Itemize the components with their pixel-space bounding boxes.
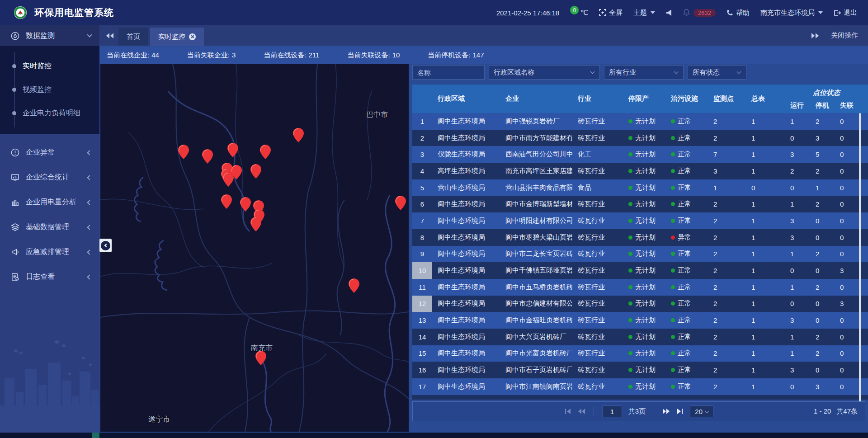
cell-offline: 0 — [835, 200, 868, 208]
map-pin-icon[interactable] — [221, 194, 232, 209]
map-city-label: 巴中市 — [366, 110, 388, 120]
cell-region: 阆中生态环境局 — [432, 349, 500, 358]
org-user-menu[interactable]: 南充市生态环境局 — [760, 9, 823, 17]
city-name: 南充市 — [251, 344, 273, 352]
region-filter-select[interactable]: 行政区域名称 — [489, 65, 600, 80]
cell-facility-status: 正常 — [665, 266, 708, 275]
table-row[interactable]: 5 营山生态环境局 营山县润丰肉食品有限 食品 无计划 正常 1 0 0 — [412, 179, 868, 196]
cell-points: 7 — [708, 151, 746, 158]
last-page-button[interactable] — [676, 408, 684, 414]
map-pin-icon[interactable] — [202, 149, 213, 164]
next-page-button[interactable] — [662, 408, 670, 414]
divider — [654, 407, 654, 415]
logout-button[interactable]: 退出 — [834, 9, 857, 17]
stat-label: 当前在线企业: — [107, 51, 149, 60]
sidebar-subitem[interactable]: 企业电力负荷明细 — [0, 101, 99, 125]
cell-production-status: 无计划 — [623, 200, 665, 208]
table-row[interactable]: 9 阆中生态环境局 阆中市二龙长宝页岩砖 砖瓦行业 无计划 正常 2 1 1 — [412, 246, 868, 263]
table-row[interactable]: 18 南部生态环境局 南部县新华水泥有限公 建材行业 无计划 正常 6 0 0 — [412, 395, 868, 400]
cell-meters: 1 — [746, 316, 785, 324]
sidebar-item-company-statistics[interactable]: 企业综合统计 — [0, 165, 99, 190]
page-size-select[interactable]: 20 — [690, 405, 713, 417]
sound-toggle[interactable] — [666, 9, 672, 16]
sidebar-item-company-anomaly[interactable]: 企业异常 — [0, 140, 99, 165]
sidebar-subitem[interactable]: 实时监控 — [0, 54, 99, 78]
fullscreen-button[interactable]: 全屏 — [599, 9, 623, 17]
map-pin-icon[interactable] — [255, 351, 266, 365]
table-row[interactable]: 14 阆中生态环境局 阆中大兴页岩机砖厂 砖瓦行业 无计划 正常 2 1 1 — [412, 329, 868, 345]
map-pin-icon[interactable] — [250, 164, 261, 179]
cell-stopped: 3 — [810, 383, 835, 391]
sidebar-subitem[interactable]: 视频监控 — [0, 78, 99, 101]
col-header-stopped: 停机 — [810, 98, 835, 113]
tab-home[interactable]: 首页 — [118, 28, 148, 46]
sidebar-item-base-data[interactable]: 基础数据管理 — [0, 215, 99, 240]
tab-close-icon[interactable] — [189, 33, 196, 40]
table-scrollbar[interactable] — [859, 113, 861, 421]
help-button[interactable]: 帮助 — [726, 9, 750, 17]
cell-running: 1 — [785, 250, 810, 258]
theme-menu[interactable]: 主题 — [633, 9, 655, 17]
map-pin-icon[interactable] — [240, 197, 251, 212]
table-row[interactable]: 7 阆中生态环境局 阆中明阳建材有限公司 砖瓦行业 无计划 正常 2 1 3 — [412, 212, 868, 229]
table-row[interactable]: 11 阆中生态环境局 阆中市五马桥页岩机砖 砖瓦行业 无计划 正常 2 1 1 — [412, 279, 868, 296]
cell-offline: 0 — [835, 250, 868, 258]
first-page-button[interactable] — [564, 408, 571, 414]
map-pin-icon[interactable] — [349, 278, 359, 293]
stat-item: 当前失联企业: 3 — [187, 51, 236, 60]
industry-filter-select[interactable]: 所有行业 — [604, 65, 684, 80]
sidebar-collapse-handle[interactable] — [99, 239, 112, 252]
cell-region: 阆中生态环境局 — [432, 250, 500, 258]
map-pin-icon[interactable] — [250, 217, 261, 231]
page-number-input[interactable]: 1 — [602, 405, 622, 417]
app-root: 环保用电监管系统 2021-02-25 17:46:18 0 ℃ 全屏 主题 — [0, 0, 868, 438]
cell-offline: 0 — [835, 349, 868, 357]
sidebar-subitem-label: 企业电力负荷明细 — [23, 108, 80, 118]
table-row[interactable]: 13 阆中生态环境局 阆中市金福旺页岩机砖 砖瓦行业 无计划 正常 2 1 3 — [412, 312, 868, 329]
table-row[interactable]: 4 高坪生态环境局 南充市高坪区王家店建 砖瓦行业 无计划 正常 3 1 2 — [412, 163, 868, 179]
sidebar-item-emergency-reduction[interactable]: 应急减排管理 — [0, 240, 99, 264]
status-dot — [671, 136, 675, 140]
total-count-label: 共47条 — [836, 407, 858, 416]
map-pin-icon[interactable] — [227, 143, 238, 157]
next-page-icon — [662, 408, 670, 414]
tab-realtime-monitoring[interactable]: 实时监控 — [150, 28, 204, 46]
cell-industry: 砖瓦行业 — [572, 200, 623, 208]
prev-page-button[interactable] — [578, 408, 585, 414]
col-header-meters: 总表 — [746, 85, 785, 113]
status-dot — [628, 385, 632, 389]
bottom-strip — [0, 433, 868, 438]
table-row[interactable]: 15 阆中生态环境局 阆中市光富页岩机砖厂 砖瓦行业 无计划 正常 2 1 1 — [412, 345, 868, 362]
table-row[interactable]: 17 阆中生态环境局 阆中市江南镇阆南页岩 砖瓦行业 无计划 正常 2 1 0 — [412, 378, 868, 395]
table-row[interactable]: 16 阆中生态环境局 阆中市石子页岩机砖厂 砖瓦行业 无计划 正常 2 1 3 — [412, 362, 868, 378]
cell-industry: 砖瓦行业 — [572, 382, 623, 391]
map-pin-icon[interactable] — [260, 145, 271, 159]
map-canvas[interactable]: 巴中市 南充市 遂宁市 — [100, 64, 409, 432]
close-operations-button[interactable]: 关闭操作 — [831, 31, 858, 40]
table-row[interactable]: 2 阆中生态环境局 阆中市南方节能建材有 砖瓦行业 无计划 正常 2 1 0 — [412, 130, 868, 146]
total-pages-label: 共3页 — [628, 407, 646, 416]
status-filter-select[interactable]: 所有状态 — [688, 65, 746, 80]
sidebar-item-power-analysis[interactable]: 企业用电量分析 — [0, 190, 99, 215]
sidebar-item-log-view[interactable]: 日志查看 — [0, 264, 99, 289]
status-dot — [671, 152, 675, 156]
table-row[interactable]: 12 阆中生态环境局 阆中市忠信建材有限公 砖瓦行业 无计划 正常 2 1 0 — [412, 296, 868, 312]
name-filter-input[interactable] — [412, 65, 485, 80]
table-row[interactable]: 6 阆中生态环境局 阆中市金博瑞新型墙材 砖瓦行业 无计划 正常 2 1 1 — [412, 196, 868, 212]
cell-offline: 0 — [835, 151, 868, 158]
scroll-tabs-left-icon[interactable] — [106, 33, 114, 39]
notifications[interactable]: 2632 — [683, 9, 716, 17]
map-pin-icon[interactable] — [223, 172, 234, 187]
scroll-tabs-right-icon[interactable] — [811, 33, 819, 39]
sidebar-item-data-monitoring[interactable]: 数据监测 — [0, 25, 99, 46]
table-row[interactable]: 10 阆中生态环境局 阆中千佛镇五郎垭页岩 砖瓦行业 无计划 正常 2 1 0 — [412, 262, 868, 279]
map-pin-icon[interactable] — [178, 145, 189, 159]
table-row[interactable]: 1 阆中生态环境局 阆中强锐页岩砖厂 砖瓦行业 无计划 正常 2 1 1 — [412, 113, 868, 130]
stat-item: 当前停机设备: 147 — [428, 51, 484, 60]
sidebar-submenu: 实时监控 视频监控 企业电力负荷明细 — [0, 46, 99, 134]
table-row[interactable]: 3 仪陇生态环境局 西南油气田分公司川中 化工 无计划 正常 7 1 3 — [412, 146, 868, 163]
cell-offline: 0 — [835, 316, 868, 324]
map-pin-icon[interactable] — [395, 196, 406, 210]
table-row[interactable]: 8 阆中生态环境局 阆中市枣碧大梁山页岩 砖瓦行业 无计划 异常 2 1 3 — [412, 229, 868, 246]
map-pin-icon[interactable] — [293, 128, 304, 142]
